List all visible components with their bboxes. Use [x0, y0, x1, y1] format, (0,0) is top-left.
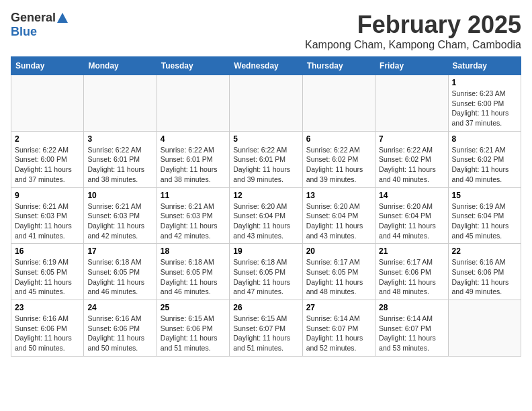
calendar-week-4: 16Sunrise: 6:19 AMSunset: 6:05 PMDayligh… [11, 244, 521, 300]
title-block: February 2025 Kampong Cham, Kampong Cham… [305, 11, 521, 51]
day-number: 3 [87, 134, 152, 144]
month-title: February 2025 [305, 11, 521, 39]
calendar-cell: 6Sunrise: 6:22 AMSunset: 6:02 PMDaylight… [302, 131, 375, 187]
day-number: 18 [161, 246, 226, 256]
day-number: 28 [379, 303, 444, 312]
calendar-cell: 8Sunrise: 6:21 AMSunset: 6:02 PMDaylight… [448, 131, 521, 187]
day-number: 21 [379, 246, 444, 256]
calendar-table: SundayMondayTuesdayWednesdayThursdayFrid… [11, 56, 521, 357]
calendar-header-row: SundayMondayTuesdayWednesdayThursdayFrid… [11, 57, 521, 75]
day-number: 10 [87, 191, 152, 200]
day-info: Sunrise: 6:22 AMSunset: 6:02 PMDaylight:… [306, 145, 371, 185]
day-info: Sunrise: 6:16 AMSunset: 6:06 PMDaylight:… [87, 314, 152, 353]
day-info: Sunrise: 6:14 AMSunset: 6:07 PMDaylight:… [379, 314, 444, 353]
calendar-cell: 28Sunrise: 6:14 AMSunset: 6:07 PMDayligh… [375, 300, 448, 357]
day-number: 13 [306, 191, 371, 200]
weekday-header-saturday: Saturday [448, 57, 521, 75]
day-info: Sunrise: 6:22 AMSunset: 6:02 PMDaylight:… [379, 145, 444, 185]
calendar-cell: 14Sunrise: 6:20 AMSunset: 6:04 PMDayligh… [375, 187, 448, 244]
day-info: Sunrise: 6:22 AMSunset: 6:01 PMDaylight:… [233, 145, 298, 185]
day-number: 23 [15, 303, 80, 312]
day-info: Sunrise: 6:15 AMSunset: 6:06 PMDaylight:… [161, 314, 226, 353]
day-number: 9 [15, 191, 80, 200]
calendar-cell: 23Sunrise: 6:16 AMSunset: 6:06 PMDayligh… [11, 300, 84, 357]
day-info: Sunrise: 6:18 AMSunset: 6:05 PMDaylight:… [87, 257, 152, 297]
weekday-header-sunday: Sunday [11, 57, 84, 75]
calendar-week-5: 23Sunrise: 6:16 AMSunset: 6:06 PMDayligh… [11, 300, 521, 357]
calendar-cell [157, 75, 229, 132]
location-title: Kampong Cham, Kampong Cham, Cambodia [305, 39, 521, 51]
day-info: Sunrise: 6:16 AMSunset: 6:06 PMDaylight:… [15, 314, 80, 353]
day-info: Sunrise: 6:21 AMSunset: 6:02 PMDaylight:… [452, 145, 517, 185]
calendar-cell [375, 75, 448, 132]
calendar-cell: 18Sunrise: 6:18 AMSunset: 6:05 PMDayligh… [157, 244, 229, 300]
calendar-cell: 12Sunrise: 6:20 AMSunset: 6:04 PMDayligh… [230, 187, 302, 244]
weekday-header-thursday: Thursday [302, 57, 375, 75]
day-number: 15 [452, 191, 517, 200]
day-number: 27 [306, 303, 371, 312]
day-number: 19 [233, 246, 298, 256]
calendar-cell: 19Sunrise: 6:18 AMSunset: 6:05 PMDayligh… [230, 244, 302, 300]
day-number: 16 [15, 246, 80, 256]
day-info: Sunrise: 6:20 AMSunset: 6:04 PMDaylight:… [306, 201, 371, 241]
weekday-header-wednesday: Wednesday [230, 57, 302, 75]
day-number: 4 [161, 134, 226, 144]
day-info: Sunrise: 6:22 AMSunset: 6:00 PMDaylight:… [15, 145, 80, 185]
day-info: Sunrise: 6:18 AMSunset: 6:05 PMDaylight:… [233, 257, 298, 297]
calendar-cell: 17Sunrise: 6:18 AMSunset: 6:05 PMDayligh… [84, 244, 157, 300]
calendar-cell: 22Sunrise: 6:16 AMSunset: 6:06 PMDayligh… [448, 244, 521, 300]
calendar-cell: 2Sunrise: 6:22 AMSunset: 6:00 PMDaylight… [11, 131, 84, 187]
day-number: 12 [233, 191, 298, 200]
day-info: Sunrise: 6:21 AMSunset: 6:03 PMDaylight:… [161, 201, 226, 241]
day-number: 7 [379, 134, 444, 144]
calendar-body: 1Sunrise: 6:23 AMSunset: 6:00 PMDaylight… [11, 75, 521, 357]
calendar-cell: 5Sunrise: 6:22 AMSunset: 6:01 PMDaylight… [230, 131, 302, 187]
day-number: 24 [87, 303, 152, 312]
svg-marker-0 [57, 13, 68, 23]
weekday-header-monday: Monday [84, 57, 157, 75]
calendar-cell: 27Sunrise: 6:14 AMSunset: 6:07 PMDayligh… [302, 300, 375, 357]
day-info: Sunrise: 6:22 AMSunset: 6:01 PMDaylight:… [161, 145, 226, 185]
calendar-cell [84, 75, 157, 132]
day-info: Sunrise: 6:22 AMSunset: 6:01 PMDaylight:… [87, 145, 152, 185]
day-number: 25 [161, 303, 226, 312]
day-info: Sunrise: 6:19 AMSunset: 6:04 PMDaylight:… [452, 201, 517, 241]
calendar-cell: 20Sunrise: 6:17 AMSunset: 6:05 PMDayligh… [302, 244, 375, 300]
calendar-cell: 9Sunrise: 6:21 AMSunset: 6:03 PMDaylight… [11, 187, 84, 244]
day-number: 8 [452, 134, 517, 144]
day-info: Sunrise: 6:20 AMSunset: 6:04 PMDaylight:… [379, 201, 444, 241]
day-info: Sunrise: 6:21 AMSunset: 6:03 PMDaylight:… [15, 201, 80, 241]
day-number: 1 [452, 78, 517, 87]
day-number: 17 [87, 246, 152, 256]
calendar-cell: 25Sunrise: 6:15 AMSunset: 6:06 PMDayligh… [157, 300, 229, 357]
day-info: Sunrise: 6:17 AMSunset: 6:05 PMDaylight:… [306, 257, 371, 297]
calendar-cell [11, 75, 84, 132]
logo-general-text: General [11, 11, 56, 25]
calendar-cell: 1Sunrise: 6:23 AMSunset: 6:00 PMDaylight… [448, 75, 521, 132]
day-info: Sunrise: 6:15 AMSunset: 6:07 PMDaylight:… [233, 314, 298, 353]
weekday-header-friday: Friday [375, 57, 448, 75]
logo-blue-text: Blue [11, 25, 37, 39]
day-number: 11 [161, 191, 226, 200]
calendar-week-2: 2Sunrise: 6:22 AMSunset: 6:00 PMDaylight… [11, 131, 521, 187]
day-number: 26 [233, 303, 298, 312]
logo: General Blue [11, 11, 69, 39]
calendar-cell [230, 75, 302, 132]
day-info: Sunrise: 6:19 AMSunset: 6:05 PMDaylight:… [15, 257, 80, 297]
day-number: 2 [15, 134, 80, 144]
calendar-cell: 16Sunrise: 6:19 AMSunset: 6:05 PMDayligh… [11, 244, 84, 300]
day-info: Sunrise: 6:18 AMSunset: 6:05 PMDaylight:… [161, 257, 226, 297]
day-info: Sunrise: 6:16 AMSunset: 6:06 PMDaylight:… [452, 257, 517, 297]
calendar-cell: 7Sunrise: 6:22 AMSunset: 6:02 PMDaylight… [375, 131, 448, 187]
day-number: 14 [379, 191, 444, 200]
calendar-cell: 21Sunrise: 6:17 AMSunset: 6:06 PMDayligh… [375, 244, 448, 300]
day-info: Sunrise: 6:21 AMSunset: 6:03 PMDaylight:… [87, 201, 152, 241]
calendar-cell: 24Sunrise: 6:16 AMSunset: 6:06 PMDayligh… [84, 300, 157, 357]
calendar-cell: 10Sunrise: 6:21 AMSunset: 6:03 PMDayligh… [84, 187, 157, 244]
day-info: Sunrise: 6:23 AMSunset: 6:00 PMDaylight:… [452, 89, 517, 128]
day-info: Sunrise: 6:14 AMSunset: 6:07 PMDaylight:… [306, 314, 371, 353]
day-number: 22 [452, 246, 517, 256]
calendar-cell [448, 300, 521, 357]
logo-icon [56, 12, 69, 24]
weekday-header-tuesday: Tuesday [157, 57, 229, 75]
